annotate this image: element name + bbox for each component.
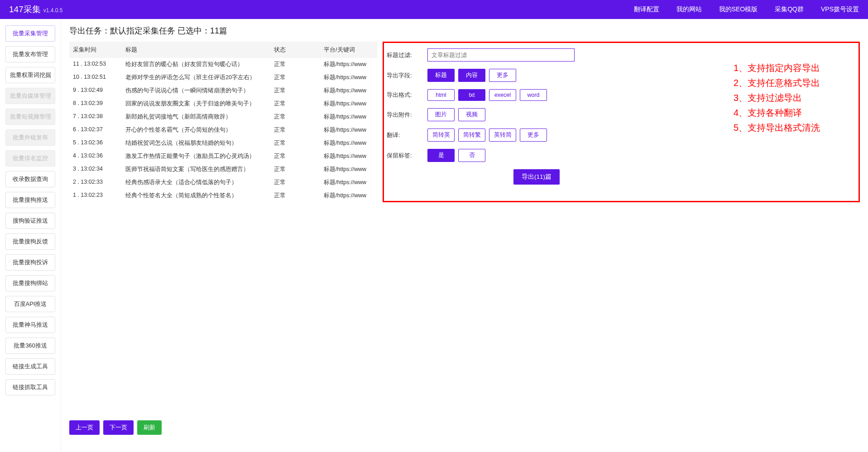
topnav-link[interactable]: 我的网站 [676, 5, 702, 14]
sidebar-item[interactable]: 批量搜狗绑站 [5, 275, 55, 291]
sidebar-item[interactable]: 批量360推送 [5, 338, 55, 354]
cell-status: 正常 [274, 87, 324, 95]
cell-title: 经典个性签名大全（简短成熟的个性签名） [125, 192, 274, 200]
cell-status: 正常 [274, 61, 324, 68]
sidebar-item[interactable]: 批量发布管理 [5, 46, 55, 62]
feature-line: 1、支持指定内容导出 [734, 62, 851, 74]
cell-status: 正常 [274, 74, 324, 81]
formats-option[interactable]: txt [458, 89, 485, 101]
refresh-button[interactable]: 刷新 [137, 420, 162, 435]
cell-title: 伤感的句子说说心情（一瞬间情绪崩溃的句子） [125, 87, 274, 95]
cell-platform: 标题/https://www [324, 166, 374, 173]
sidebar-item[interactable]: 链接生成工具 [5, 358, 55, 375]
sidebar-item[interactable]: 搜狗验证推送 [5, 213, 55, 229]
sidebar-item[interactable]: 批量采集管理 [5, 25, 55, 42]
sidebar: 批量采集管理批量发布管理批量权重词挖掘批量自媒体管理批量短视频管理批量外链发布批… [0, 19, 61, 452]
sidebar-item[interactable]: 链接抓取工具 [5, 379, 55, 395]
horizontal-scrollbar[interactable] [69, 439, 860, 447]
brand: 147采集 v1.4.0.5 [9, 4, 62, 15]
topnav-link[interactable]: 我的SEO模版 [719, 5, 758, 14]
cell-status: 正常 [274, 166, 324, 173]
attach-label: 导出附件: [387, 111, 427, 119]
table-row[interactable]: 9 . 13:02:49伤感的句子说说心情（一瞬间情绪崩溃的句子）正常标题/ht… [69, 84, 377, 97]
sidebar-item[interactable]: 批量搜狗推送 [5, 192, 55, 208]
cell-time: 8 . 13:02:39 [73, 100, 125, 108]
cell-platform: 标题/https://www [324, 61, 374, 68]
table-row[interactable]: 11 . 13:02:53给好友留言的暖心贴（好友留言短句暖心话）正常标题/ht… [69, 58, 377, 71]
sidebar-item[interactable]: 收录数据查询 [5, 171, 55, 187]
keeptag-option[interactable]: 否 [458, 149, 485, 162]
sidebar-item: 批量排名监控 [5, 150, 55, 167]
sidebar-item[interactable]: 批量搜狗反馈 [5, 233, 55, 250]
cell-time: 6 . 13:02:37 [73, 126, 125, 134]
cell-time: 9 . 13:02:49 [73, 87, 125, 95]
cell-status: 正常 [274, 126, 324, 134]
fields-option[interactable]: 更多 [489, 69, 516, 82]
cell-time: 4 . 13:02:36 [73, 152, 125, 160]
table-row[interactable]: 4 . 13:02:36激发工作热情正能量句子（激励员工的心灵鸡汤）正常标题/h… [69, 150, 377, 163]
table-row[interactable]: 10 . 13:02:51老师对学生的评语怎么写（班主任评语20字左右）正常标题… [69, 71, 377, 84]
translate-label: 翻译: [387, 131, 427, 139]
cell-platform: 标题/https://www [324, 126, 374, 134]
sidebar-item[interactable]: 批量权重词挖掘 [5, 67, 55, 83]
attach-option[interactable]: 视频 [458, 108, 485, 121]
sidebar-item[interactable]: 批量神马推送 [5, 317, 55, 333]
feature-line: 2、支持任意格式导出 [734, 77, 851, 89]
footer: 上一页 下一页 刷新 [69, 411, 860, 447]
prev-page-button[interactable]: 上一页 [69, 420, 100, 435]
table-row[interactable]: 8 . 13:02:39回家的说说发朋友圈文案（关于归途的唯美句子）正常标题/h… [69, 97, 377, 110]
cell-platform: 标题/https://www [324, 74, 374, 81]
cell-platform: 标题/https://www [324, 87, 374, 95]
cell-title: 激发工作热情正能量句子（激励员工的心灵鸡汤） [125, 152, 274, 160]
title-filter-label: 标题过滤: [387, 51, 427, 59]
cell-time: 1 . 13:02:23 [73, 192, 125, 200]
table-row[interactable]: 7 . 13:02:38新郎婚礼贺词接地气（新郎高情商致辞）正常标题/https… [69, 110, 377, 124]
formats-option[interactable]: execel [489, 89, 516, 101]
cell-status: 正常 [274, 113, 324, 121]
feature-list: 1、支持指定内容导出2、支持任意格式导出3、支持过滤导出4、支持各种翻译5、支持… [734, 48, 851, 201]
fields-option[interactable]: 内容 [458, 69, 485, 82]
sidebar-item: 批量自媒体管理 [5, 88, 55, 104]
sidebar-item[interactable]: 批量搜狗投诉 [5, 254, 55, 271]
export-button[interactable]: 导出(11)篇 [513, 169, 560, 185]
translate-option[interactable]: 简转繁 [458, 128, 485, 142]
keeptag-option[interactable]: 是 [427, 149, 455, 162]
cell-time: 7 . 13:02:38 [73, 113, 125, 121]
table-row[interactable]: 1 . 13:02:23经典个性签名大全（简短成熟的个性签名）正常标题/http… [69, 189, 377, 202]
feature-line: 4、支持各种翻译 [734, 107, 851, 119]
topbar: 147采集 v1.4.0.5 翻译配置我的网站我的SEO模版采集QQ群VPS拨号… [0, 0, 868, 19]
cell-time: 2 . 13:02:33 [73, 179, 125, 186]
task-table: 采集时间 标题 状态 平台/关键词 11 . 13:02:53给好友留言的暖心贴… [69, 42, 377, 202]
cell-title: 新郎婚礼贺词接地气（新郎高情商致辞） [125, 113, 274, 121]
cell-status: 正常 [274, 139, 324, 147]
col-time-header: 采集时间 [73, 46, 125, 54]
cell-status: 正常 [274, 152, 324, 160]
cell-platform: 标题/https://www [324, 100, 374, 108]
title-filter-input[interactable] [427, 48, 575, 62]
formats-label: 导出格式: [387, 91, 427, 99]
attach-option[interactable]: 图片 [427, 108, 455, 121]
page-title: 导出任务：默认指定采集任务 已选中：11篇 [69, 25, 860, 36]
topnav: 翻译配置我的网站我的SEO模版采集QQ群VPS拨号设置 [634, 5, 859, 14]
fields-option[interactable]: 标题 [427, 69, 455, 82]
table-row[interactable]: 6 . 13:02:37开心的个性签名霸气（开心简短的佳句）正常标题/https… [69, 124, 377, 137]
translate-option[interactable]: 更多 [520, 128, 547, 142]
topnav-link[interactable]: 翻译配置 [634, 5, 659, 14]
formats-option[interactable]: html [427, 89, 455, 101]
cell-title: 给好友留言的暖心贴（好友留言短句暖心话） [125, 61, 274, 68]
sidebar-item[interactable]: 百度API推送 [5, 296, 55, 312]
next-page-button[interactable]: 下一页 [103, 420, 134, 435]
table-row[interactable]: 2 . 13:02:33经典伤感语录大全（适合心情低落的句子）正常标题/http… [69, 176, 377, 189]
topnav-link[interactable]: VPS拨号设置 [821, 5, 859, 14]
translate-option[interactable]: 简转英 [427, 128, 455, 142]
formats-option[interactable]: word [520, 89, 547, 101]
table-row[interactable]: 3 . 13:02:34医师节祝福语简短文案（写给医生的感恩赠言）正常标题/ht… [69, 163, 377, 176]
fields-label: 导出字段: [387, 71, 427, 80]
brand-name: 147采集 [9, 4, 41, 15]
cell-title: 医师节祝福语简短文案（写给医生的感恩赠言） [125, 166, 274, 173]
cell-time: 5 . 13:02:36 [73, 139, 125, 147]
table-row[interactable]: 5 . 13:02:36结婚祝贺词怎么说（祝福朋友结婚的短句）正常标题/http… [69, 137, 377, 150]
cell-time: 3 . 13:02:34 [73, 166, 125, 173]
topnav-link[interactable]: 采集QQ群 [775, 5, 804, 14]
translate-option[interactable]: 英转简 [489, 128, 516, 142]
